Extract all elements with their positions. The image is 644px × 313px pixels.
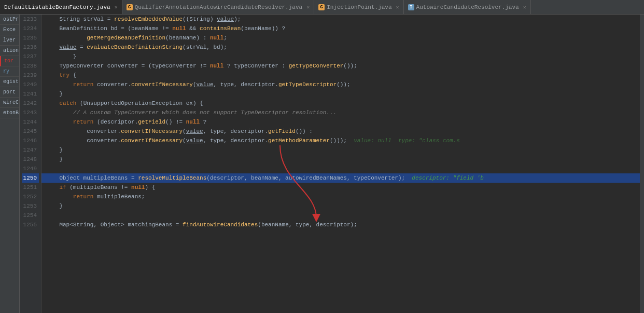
vertical-scrollbar[interactable] (640, 15, 644, 313)
tab-close-autowire[interactable]: ✕ (523, 4, 526, 10)
linenum-1243: 1243 (22, 108, 39, 117)
code-line-1244: return (descriptor.getField() != null ? (41, 117, 640, 127)
tab-injectionpoint[interactable]: C InjectionPoint.java ✕ (314, 0, 403, 14)
code-content[interactable]: String strVal = resolveEmbeddedValue((St… (41, 15, 640, 313)
linenum-1249: 1249 (22, 164, 39, 173)
sidebar-item-tor[interactable]: tor (0, 56, 19, 66)
tab-icon-injectionpoint: C (318, 4, 325, 10)
code-line-1240: return converter.convertIfNecessary(valu… (41, 80, 640, 89)
linenum-1237: 1237 (22, 52, 39, 61)
code-line-1241: } (41, 89, 640, 99)
tab-label-autowire: AutowireCandidateResolver.java (416, 4, 519, 10)
linenum-1253: 1253 (22, 201, 39, 211)
code-line-1237: } (41, 52, 640, 61)
tab-label-injectionpoint: InjectionPoint.java (327, 4, 391, 10)
tab-autowire[interactable]: I AutowireCandidateResolver.java ✕ (404, 0, 531, 14)
sidebar-item-gistry[interactable]: egistry (0, 77, 19, 87)
tab-icon-qualifier: C (127, 4, 133, 10)
tab-close-qualifier[interactable]: ✕ (306, 4, 310, 10)
code-line-1255: Map<String, Object> matchingBeans = find… (41, 220, 640, 229)
code-line-1235: getMergedBeanDefinition(beanName) : null… (41, 33, 640, 43)
sidebar-item-ation[interactable]: ation (0, 46, 19, 56)
code-line-1247: } (41, 145, 640, 155)
linenum-1251: 1251 (22, 183, 39, 192)
linenum-1248: 1248 (22, 155, 39, 164)
code-line-1243: // A custom TypeConverter which does not… (41, 108, 640, 117)
tab-label-qualifier: QualifierAnnotationAutowireCandidateReso… (135, 4, 302, 10)
sidebar-item-exce[interactable]: Exce (0, 25, 19, 35)
linenum-1250: 1250 (22, 173, 39, 183)
sidebar-item-port[interactable]: port (0, 87, 19, 98)
tab-label-defaultlistable: DefaultListableBeanFactory.java (4, 4, 110, 10)
code-line-1234: BeanDefinition bd = (beanName != null &&… (41, 24, 640, 33)
sidebar-item-postpr[interactable]: ostPr (0, 15, 19, 25)
linenum-1247: 1247 (22, 145, 39, 155)
code-line-1239: try { (41, 71, 640, 80)
tab-defaultlistable[interactable]: DefaultListableBeanFactory.java ✕ (0, 0, 122, 14)
code-line-1254 (41, 211, 640, 220)
code-line-1252: return multipleBeans; (41, 192, 640, 201)
sidebar-item-eton[interactable]: etonB (0, 108, 19, 118)
code-line-1250: Object multipleBeans = resolveMultipleBe… (41, 173, 640, 183)
linenum-1254: 1254 (22, 211, 39, 220)
tab-bar: DefaultListableBeanFactory.java ✕ C Qual… (0, 0, 644, 15)
code-line-1248: } (41, 155, 640, 164)
sidebar-item-wirec[interactable]: wireC (0, 98, 19, 108)
code-line-1238: TypeConverter converter = (typeConverter… (41, 61, 640, 71)
code-line-1249 (41, 164, 640, 173)
main-area: ostPr Exce lver ation tor ry egistry por… (0, 15, 644, 313)
tab-close-injectionpoint[interactable]: ✕ (396, 4, 399, 10)
linenum-1255: 1255 (22, 220, 39, 229)
linenum-1246: 1246 (22, 136, 39, 145)
sidebar-item-ry[interactable]: ry (0, 66, 19, 77)
sidebar: ostPr Exce lver ation tor ry egistry por… (0, 15, 20, 313)
linenum-1238: 1238 (22, 61, 39, 71)
linenum-1244: 1244 (22, 117, 39, 127)
code-line-1245: converter.convertIfNecessary(value, type… (41, 127, 640, 136)
code-line-1251: if (multipleBeans != null) { (41, 183, 640, 192)
tab-qualifier[interactable]: C QualifierAnnotationAutowireCandidateRe… (122, 0, 314, 14)
tab-icon-autowire: I (408, 4, 414, 10)
code-line-1236: value = evaluateBeanDefinitionString(str… (41, 43, 640, 52)
linenum-1234: 1234 (22, 24, 39, 33)
code-line-1253: } (41, 201, 640, 211)
sidebar-item-lver[interactable]: lver (0, 35, 19, 46)
code-line-1233: String strVal = resolveEmbeddedValue((St… (41, 15, 640, 24)
linenum-1240: 1240 (22, 80, 39, 89)
linenum-1252: 1252 (22, 192, 39, 201)
linenum-1235: 1235 (22, 33, 39, 43)
linenum-1245: 1245 (22, 127, 39, 136)
linenum-1236: 1236 (22, 43, 39, 52)
code-line-1242: catch (UnsupportedOperationException ex)… (41, 99, 640, 108)
code-line-1246: converter.convertIfNecessary(value, type… (41, 136, 640, 145)
linenum-1242: 1242 (22, 99, 39, 108)
linenum-1241: 1241 (22, 89, 39, 99)
code-area: 1233 1234 1235 1236 1237 1238 1239 1240 … (20, 15, 644, 313)
linenum-1233: 1233 (22, 15, 39, 24)
tab-close-defaultlistable[interactable]: ✕ (115, 4, 118, 10)
line-numbers: 1233 1234 1235 1236 1237 1238 1239 1240 … (20, 15, 41, 313)
linenum-1239: 1239 (22, 71, 39, 80)
